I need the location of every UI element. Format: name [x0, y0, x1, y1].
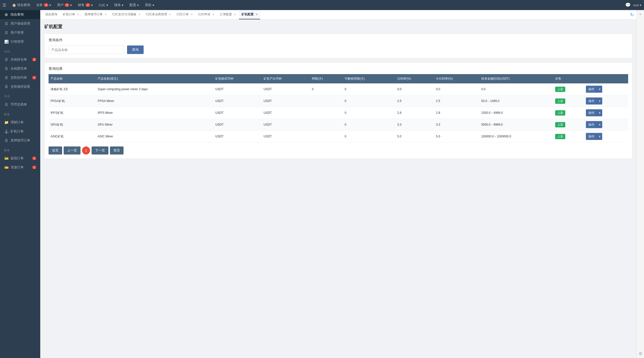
sidebar-item-perpetual-entrust[interactable]: ☰ 永续委托单 — [0, 64, 40, 73]
action-cell: 操作▾ — [584, 119, 628, 131]
action-dropdown-button[interactable]: ▾ — [597, 121, 602, 128]
nav-config[interactable]: 配置 ▾ — [127, 0, 141, 10]
results-card: 查询结果 产品名称 产品名称(英文) 矿机购买币种 矿机产出币种 周期(天) 可… — [44, 62, 632, 159]
action-button[interactable]: 操作 — [586, 121, 597, 128]
sidebar-item-contract-market[interactable]: ☰ 交割场控设置 — [0, 82, 40, 91]
action-group: 操作▾ — [586, 121, 626, 128]
table-cell: 0 — [343, 95, 395, 107]
market-icon: ☰ — [4, 85, 9, 89]
tab-close-miner-order[interactable]: ✕ — [77, 13, 79, 16]
action-button[interactable]: 操作 — [586, 133, 597, 140]
tab-c2c-order[interactable]: C2C订单 ✕ — [174, 10, 195, 19]
current-page-number[interactable]: 1 — [82, 146, 90, 155]
refresh-icon[interactable]: ↻ — [630, 12, 634, 18]
nav-reports[interactable]: 报表 ▾ — [112, 0, 126, 10]
section-label-contract: 合约 — [0, 46, 40, 55]
status-cell: 上架 — [553, 119, 584, 131]
action-button[interactable]: 操作 — [586, 86, 597, 93]
table-cell: 0 — [343, 119, 395, 131]
tab-close-miner-config[interactable]: ✕ — [256, 13, 258, 16]
sidebar-item-withdraw[interactable]: 💳 提现订单 1 — [0, 154, 40, 163]
tab-miner-config[interactable]: 矿机配置 ✕ — [239, 10, 260, 19]
table-cell — [310, 95, 343, 107]
action-group: 操作▾ — [586, 109, 626, 116]
tab-close-c2c-order[interactable]: ✕ — [191, 13, 193, 16]
tab-c2c-payment[interactable]: C2C支付方式模板 ✕ — [110, 10, 143, 19]
action-button[interactable]: 操作 — [586, 97, 597, 105]
user-menu[interactable]: root ▾ — [633, 3, 641, 7]
first-page-button[interactable]: 首页 — [49, 146, 62, 155]
table-cell: 2.8 — [395, 107, 434, 119]
section-label-wealth: 财富 — [0, 109, 40, 118]
add-icon[interactable]: + — [639, 12, 641, 17]
tab-close-exchange-rate[interactable]: ✕ — [234, 13, 236, 16]
tab-exchange-rate[interactable]: 汇率配置 ✕ — [217, 10, 238, 19]
status-badge: 上架 — [555, 110, 565, 116]
pagination: 首页 上一页 1 下一页 尾页 — [49, 146, 628, 155]
tab-close-c2c-merchant[interactable]: ✕ — [169, 13, 171, 16]
table-cell: 5000.0－9999.0 — [479, 119, 553, 131]
sidebar-item-user-basic[interactable]: ☰ 用户基础管理 — [0, 19, 40, 28]
tab-pledge[interactable]: 质押借币订单 ✕ — [82, 10, 109, 19]
search-button[interactable]: 查询 — [127, 45, 144, 54]
sidebar-item-coin-trade[interactable]: ☰ 币币交易单 — [0, 100, 40, 109]
status-badge: 上架 — [555, 87, 565, 92]
sidebar-item-wealth-order[interactable]: 📁 理财订单 — [0, 118, 40, 127]
tab-c2c-merchant[interactable]: C2C承兑商管理 ✕ — [143, 10, 174, 19]
section-label-finance: 财务 — [0, 145, 40, 154]
tab-close-pledge[interactable]: ✕ — [105, 13, 107, 16]
table-cell: 0 — [343, 83, 395, 95]
nav-home[interactable]: 🏠 综合查询 — [10, 0, 33, 10]
sidebar-item-pledge-order[interactable]: ☰ 质押借币订单 — [0, 136, 40, 145]
table-cell: 50.0－1499.0 — [479, 95, 553, 107]
last-page-button[interactable]: 尾页 — [110, 146, 124, 155]
table-cell: USDT — [262, 131, 310, 142]
list-icon: ☰ — [4, 22, 9, 26]
recharge-icon: 💳 — [4, 165, 9, 169]
table-cell: USDT — [262, 95, 310, 107]
sidebar-item-perpetual-hold[interactable]: ☰ 永续持仓单 2 — [0, 55, 40, 64]
col-daily-rate: 日利率(%) — [395, 74, 434, 83]
main-layout: ⊞ 综合查询 ☰ 用户基础管理 ☰ 用户管理 📊 行情管理 合约 ☰ 永续持仓单… — [0, 10, 644, 358]
hold-icon: ☰ — [4, 58, 9, 62]
tab-miner-order[interactable]: 矿机订单 ✕ — [60, 10, 82, 19]
nav-c2c[interactable]: C2C ▾ — [96, 0, 111, 10]
table-cell: GPU矿机 — [49, 119, 96, 131]
next-page-button[interactable]: 下一页 — [92, 146, 108, 155]
table-cell: FPGA Miner — [96, 95, 213, 107]
tab-close-c2c-appeal[interactable]: ✕ — [212, 13, 214, 16]
grid-icon: ⊞ — [4, 13, 9, 17]
nav-finance[interactable]: 财务 2 ▾ — [75, 0, 95, 10]
sidebar-item-overview[interactable]: ⊞ 综合查询 — [0, 10, 40, 19]
sidebar-item-user-mgmt[interactable]: ☰ 用户管理 — [0, 28, 40, 37]
tab-c2c-appeal[interactable]: C2C申诉 ✕ — [196, 10, 217, 19]
table-row: 体验矿机 3天Super computing power miner 3 day… — [49, 83, 628, 95]
hamburger-icon[interactable]: ☰ — [3, 3, 6, 8]
message-icon[interactable]: 💬 — [625, 2, 631, 8]
action-dropdown-button[interactable]: ▾ — [597, 97, 602, 105]
nav-system[interactable]: 系统 ▾ — [142, 0, 157, 10]
table-cell: USDT — [213, 131, 262, 142]
action-button[interactable]: 操作 — [586, 109, 597, 116]
nav-right: 💬 root ▾ — [625, 2, 641, 8]
product-name-input[interactable] — [49, 45, 124, 54]
entrust-icon: ☰ — [4, 67, 9, 71]
right-panel: + ⚙ — [636, 10, 644, 358]
col-action — [584, 74, 628, 83]
table-cell: IPFS Miner — [96, 107, 213, 119]
prev-page-button[interactable]: 上一页 — [64, 146, 80, 155]
table-cell — [310, 119, 343, 131]
nav-business[interactable]: 业务 3 ▾ — [34, 0, 54, 10]
sidebar-item-market[interactable]: 📊 行情管理 — [0, 37, 40, 46]
settings-icon[interactable]: ⚙ — [639, 351, 642, 356]
action-dropdown-button[interactable]: ▾ — [597, 133, 602, 140]
table-cell: 2.5 — [395, 95, 434, 107]
tab-close-c2c-payment[interactable]: ✕ — [138, 13, 140, 16]
action-dropdown-button[interactable]: ▾ — [597, 109, 602, 116]
sidebar-item-miner-order[interactable]: ⚓ 矿机订单 — [0, 127, 40, 136]
sidebar-item-contract-order[interactable]: ☰ 交割合约单 1 — [0, 73, 40, 82]
sidebar-item-recharge[interactable]: 💳 充值订单 1 — [0, 163, 40, 172]
tab-overview[interactable]: 综合查询 — [43, 10, 60, 19]
action-dropdown-button[interactable]: ▾ — [597, 86, 602, 93]
nav-users[interactable]: 用户 3 ▾ — [55, 0, 74, 10]
